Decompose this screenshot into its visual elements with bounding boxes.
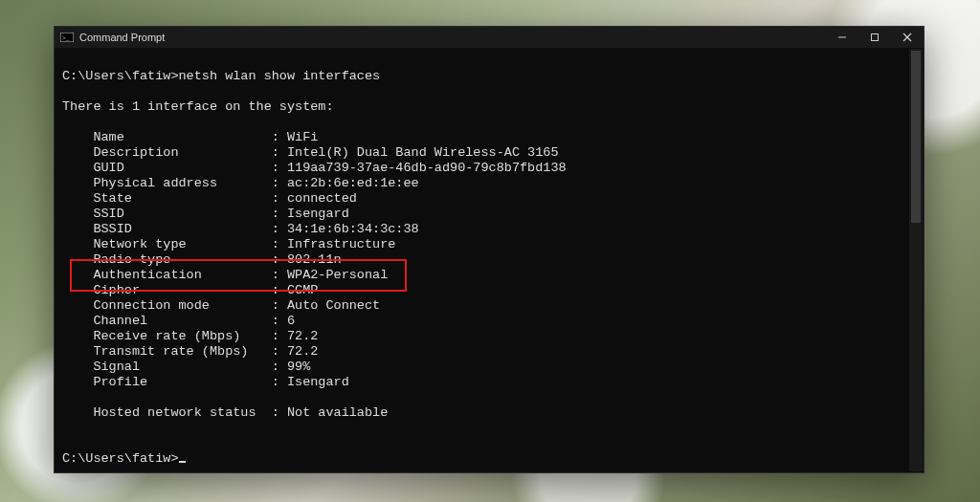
- terminal-line: Connection mode : Auto Connect: [62, 298, 916, 314]
- minimize-button[interactable]: [826, 27, 858, 48]
- command-prompt-window: >_ Command Prompt C:\Users\fatiw>netsh w…: [54, 26, 924, 473]
- terminal-line: Cipher : CCMP: [62, 283, 916, 298]
- command-prompt-icon: >_: [60, 33, 74, 42]
- terminal-output[interactable]: C:\Users\fatiw>netsh wlan show interface…: [55, 48, 924, 472]
- terminal-line: Radio type : 802.11n: [62, 252, 916, 268]
- terminal-line: Transmit rate (Mbps) : 72.2: [62, 344, 916, 360]
- terminal-line: Signal : 99%: [62, 360, 916, 375]
- close-button[interactable]: [891, 27, 924, 48]
- window-title: Command Prompt: [79, 32, 165, 43]
- svg-text:>_: >_: [62, 34, 70, 42]
- scrollbar-thumb[interactable]: [911, 51, 921, 223]
- terminal-line: Receive rate (Mbps) : 72.2: [62, 329, 916, 344]
- maximize-button[interactable]: [858, 27, 891, 48]
- terminal-line: [62, 115, 916, 130]
- titlebar[interactable]: >_ Command Prompt: [55, 27, 924, 48]
- terminal-line: Channel : 6: [62, 314, 916, 329]
- terminal-line: Physical address : ac:2b:6e:ed:1e:ee: [62, 176, 916, 191]
- terminal-line: C:\Users\fatiw>netsh wlan show interface…: [62, 69, 916, 84]
- terminal-line: BSSID : 34:1e:6b:34:3c:38: [62, 222, 916, 237]
- svg-rect-3: [872, 34, 879, 41]
- terminal-line: [62, 54, 916, 69]
- terminal-line: GUID : 119aa739-37ae-46db-ad90-79c8b7fbd…: [62, 161, 916, 176]
- terminal-prompt[interactable]: C:\Users\fatiw>: [62, 451, 916, 467]
- cursor: [179, 461, 186, 463]
- terminal-line: [62, 436, 916, 451]
- terminal-line: SSID : Isengard: [62, 207, 916, 222]
- terminal-line: [62, 390, 916, 405]
- terminal-line: State : connected: [62, 191, 916, 207]
- terminal-line: Description : Intel(R) Dual Band Wireles…: [62, 145, 916, 161]
- scrollbar[interactable]: [909, 49, 923, 471]
- terminal-line: [62, 421, 916, 436]
- terminal-line: [62, 84, 916, 99]
- terminal-line: Authentication : WPA2-Personal: [62, 268, 916, 283]
- terminal-line: Name : WiFi: [62, 130, 916, 145]
- desktop-background: >_ Command Prompt C:\Users\fatiw>netsh w…: [0, 0, 980, 502]
- terminal-line: Profile : Isengard: [62, 375, 916, 390]
- terminal-line: Hosted network status : Not available: [62, 405, 916, 421]
- terminal-line: Network type : Infrastructure: [62, 237, 916, 252]
- terminal-line: There is 1 interface on the system:: [62, 99, 916, 115]
